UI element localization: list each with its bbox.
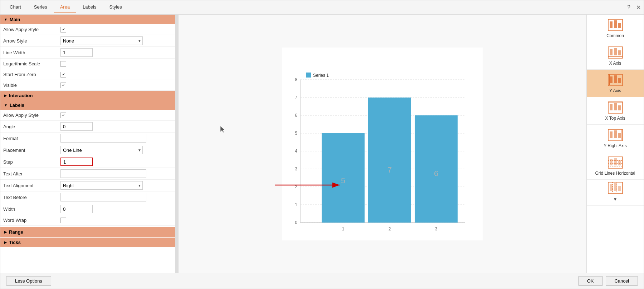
select-arrow-style[interactable]: None Forward Backward Both xyxy=(60,36,143,45)
cancel-button[interactable]: Cancel xyxy=(606,276,638,286)
right-panel-item-y-right-axis[interactable]: Y Right Axis xyxy=(587,125,644,152)
svg-text:7: 7 xyxy=(295,95,297,100)
dialog-body: ▼ Main Allow Apply Style ✓ Arrow Style N… xyxy=(0,15,644,273)
svg-text:3: 3 xyxy=(295,166,297,171)
section-labels-header[interactable]: ▼ Labels xyxy=(0,100,175,110)
right-panel-item-x-top-axis[interactable]: X Top Axis xyxy=(587,97,644,125)
svg-rect-37 xyxy=(614,75,617,83)
checkbox-allow-apply-style-labels[interactable]: ✓ xyxy=(60,113,66,118)
x-axis-icon xyxy=(607,46,624,59)
right-panel-label-y-axis: Y Axis xyxy=(609,88,621,93)
svg-text:1: 1 xyxy=(295,202,297,207)
prop-value-width xyxy=(60,205,172,213)
prop-label-step: Step xyxy=(3,159,60,165)
section-range-label: Range xyxy=(9,229,23,235)
svg-rect-58 xyxy=(610,184,613,191)
svg-rect-46 xyxy=(610,131,613,138)
svg-text:3: 3 xyxy=(435,226,438,231)
select-text-alignment[interactable]: Left Center Right xyxy=(60,181,143,190)
section-ticks-label: Ticks xyxy=(9,240,21,245)
input-width[interactable] xyxy=(60,205,93,213)
input-format[interactable] xyxy=(60,134,146,143)
prop-value-text-before xyxy=(60,193,172,201)
checkbox-logarithmic-scale[interactable] xyxy=(60,61,66,67)
svg-rect-32 xyxy=(614,48,617,55)
legend-color-1 xyxy=(306,73,311,78)
grid-lines-vertical-icon xyxy=(607,181,624,195)
section-labels-label: Labels xyxy=(10,103,24,108)
svg-rect-52 xyxy=(614,158,617,165)
prop-select-wrapper-arrow-style: None Forward Backward Both ▼ xyxy=(60,36,143,45)
right-panel-label-x-top-axis: X Top Axis xyxy=(605,116,625,121)
less-options-button[interactable]: Less Options xyxy=(6,276,51,286)
ok-button[interactable]: OK xyxy=(578,276,603,286)
section-main-header[interactable]: ▼ Main xyxy=(0,15,175,24)
prop-visible: Visible ✓ xyxy=(0,80,175,91)
checkbox-word-wrap[interactable] xyxy=(60,218,66,223)
svg-rect-47 xyxy=(614,130,617,138)
prop-label-width: Width xyxy=(3,206,60,212)
right-panel-item-grid-lines-horizontal[interactable]: Grid Lines Horizontal xyxy=(587,152,644,180)
prop-value-line-width xyxy=(60,48,172,57)
svg-rect-59 xyxy=(614,183,617,191)
checkbox-visible[interactable]: ✓ xyxy=(60,83,66,88)
tab-series[interactable]: Series xyxy=(28,1,54,13)
tab-styles[interactable]: Styles xyxy=(103,1,128,13)
input-step[interactable] xyxy=(60,158,93,166)
right-panel-label-grid-lines-horizontal: Grid Lines Horizontal xyxy=(595,171,635,176)
close-button[interactable]: ✕ xyxy=(636,4,641,11)
tab-chart[interactable]: Chart xyxy=(3,1,28,13)
right-panel-item-common[interactable]: Common xyxy=(587,15,644,42)
select-placement[interactable]: One Line Two Lines Stagger xyxy=(60,146,143,154)
svg-marker-0 xyxy=(220,126,225,133)
prop-line-width: Line Width xyxy=(0,47,175,59)
section-range-arrow: ▶ xyxy=(4,230,7,234)
prop-width: Width xyxy=(0,203,175,215)
checkbox-allow-apply-style-main[interactable]: ✓ xyxy=(60,27,66,33)
section-interaction-header[interactable]: ▶ Interaction xyxy=(0,91,175,100)
right-panel-item-x-axis[interactable]: X Axis xyxy=(587,42,644,70)
svg-rect-29 xyxy=(618,23,621,28)
prop-value-word-wrap xyxy=(60,218,172,223)
legend-label-1: Series 1 xyxy=(313,73,329,78)
section-range-header[interactable]: ▶ Range xyxy=(0,227,175,237)
section-interaction-label: Interaction xyxy=(9,93,33,98)
svg-rect-28 xyxy=(614,20,617,28)
chart-area: 0 1 2 3 4 5 6 7 8 1 2 3 xyxy=(179,15,586,273)
svg-text:6: 6 xyxy=(295,113,297,118)
dialog-header: Chart Series Area Labels Styles ? ✕ xyxy=(0,0,644,15)
svg-text:8: 8 xyxy=(295,77,297,82)
prop-allow-apply-style-labels: Allow Apply Style ✓ xyxy=(0,110,175,121)
prop-select-wrapper-text-alignment: Left Center Right ▼ xyxy=(60,181,143,190)
y-axis-icon xyxy=(607,73,624,87)
input-text-before[interactable] xyxy=(60,193,146,201)
prop-label-word-wrap: Word Wrap xyxy=(3,218,60,223)
prop-label-angle: Angle xyxy=(3,124,60,129)
help-button[interactable]: ? xyxy=(627,4,630,11)
svg-text:5: 5 xyxy=(295,131,297,136)
prop-value-angle xyxy=(60,122,172,131)
prop-label-arrow-style: Arrow Style xyxy=(3,38,60,44)
prop-text-before: Text Before xyxy=(0,191,175,203)
svg-rect-41 xyxy=(610,104,613,110)
input-line-width[interactable] xyxy=(60,48,93,57)
footer-right: OK Cancel xyxy=(578,276,638,286)
checkbox-start-from-zero[interactable]: ✓ xyxy=(60,72,66,78)
scroll-down-icon[interactable]: ▼ xyxy=(611,195,620,204)
svg-text:1: 1 xyxy=(342,226,345,231)
dialog-footer: Less Options OK Cancel xyxy=(0,273,644,289)
right-panel-item-y-axis[interactable]: Y Axis xyxy=(587,70,644,97)
svg-text:2: 2 xyxy=(389,226,391,231)
input-text-after[interactable] xyxy=(60,169,146,178)
section-ticks-header[interactable]: ▶ Ticks xyxy=(0,238,175,247)
right-panel-item-more[interactable]: ▼ xyxy=(587,180,644,206)
tab-area[interactable]: Area xyxy=(54,1,76,13)
bar-label-1: 5 xyxy=(341,176,345,185)
tab-labels[interactable]: Labels xyxy=(76,1,103,13)
svg-rect-53 xyxy=(618,160,621,165)
right-panel: Common X Axis xyxy=(586,15,644,273)
common-icon xyxy=(607,18,624,32)
svg-text:2: 2 xyxy=(295,184,297,189)
input-angle[interactable] xyxy=(60,122,93,131)
prop-select-wrapper-placement: One Line Two Lines Stagger ▼ xyxy=(60,146,143,154)
